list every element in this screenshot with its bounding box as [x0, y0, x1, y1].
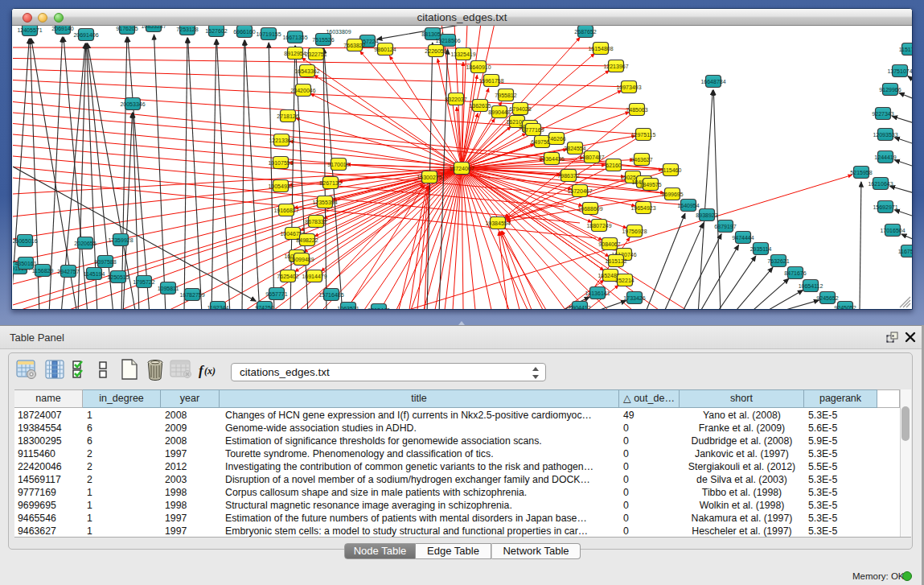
svg-text:26065016: 26065016 — [13, 238, 38, 244]
svg-text:4350161: 4350161 — [14, 261, 36, 266]
svg-text:746266: 746266 — [547, 136, 565, 142]
svg-text:5215958: 5215958 — [850, 170, 872, 175]
svg-text:9777169: 9777169 — [522, 127, 544, 133]
svg-text:7485063: 7485063 — [626, 107, 647, 113]
svg-text:1145194: 1145194 — [84, 271, 105, 277]
svg-text:12213967: 12213967 — [603, 64, 628, 69]
svg-text:12355394: 12355394 — [312, 200, 337, 205]
svg-text:14136141: 14136141 — [585, 290, 610, 296]
svg-text:2687652: 2687652 — [574, 29, 596, 35]
svg-text:17359928: 17359928 — [108, 237, 133, 243]
svg-text:15692971: 15692971 — [873, 204, 897, 210]
svg-text:8912954: 8912954 — [284, 51, 306, 56]
svg-text:9176205: 9176205 — [116, 26, 138, 31]
svg-text:16648784: 16648784 — [700, 79, 725, 84]
svg-text:10807487: 10807487 — [579, 154, 604, 160]
svg-text:18640910: 18640910 — [466, 64, 491, 70]
svg-text:18807249: 18807249 — [586, 223, 611, 229]
svg-text:23420046: 23420046 — [290, 88, 315, 93]
svg-text:8990448: 8990448 — [488, 109, 510, 115]
svg-text:19218506: 19218506 — [435, 38, 460, 43]
svg-text:8471676: 8471676 — [784, 270, 806, 276]
svg-text:1849575: 1849575 — [639, 182, 661, 187]
svg-text:7625402: 7625402 — [277, 274, 298, 279]
svg-text:6879197: 6879197 — [714, 224, 736, 229]
svg-text:1063521: 1063521 — [337, 306, 359, 310]
svg-text:13325419: 13325419 — [450, 51, 475, 57]
svg-text:252214: 252214 — [615, 278, 634, 283]
svg-text:2322751: 2322751 — [305, 51, 326, 57]
svg-text:8322037: 8322037 — [445, 97, 466, 102]
svg-text:12093533: 12093533 — [873, 132, 897, 138]
svg-text:1167533: 1167533 — [898, 249, 912, 254]
svg-text:(x): (x) — [204, 365, 216, 377]
svg-text:7955812: 7955812 — [495, 93, 516, 98]
svg-text:9170010: 9170010 — [327, 162, 349, 167]
svg-text:16671355: 16671355 — [282, 35, 307, 40]
svg-text:9084067: 9084067 — [598, 241, 620, 247]
svg-text:16914479: 16914479 — [302, 274, 326, 279]
svg-text:7986372: 7986372 — [557, 173, 579, 179]
svg-text:9245652: 9245652 — [816, 295, 838, 301]
svg-text:10107553: 10107553 — [268, 160, 293, 166]
svg-text:20053346: 20053346 — [120, 101, 145, 107]
svg-text:10654112: 10654112 — [799, 283, 823, 289]
svg-text:19384554: 19384554 — [485, 220, 510, 226]
svg-text:1156829: 1156829 — [32, 268, 54, 274]
svg-text:1527602: 1527602 — [205, 28, 227, 34]
svg-text:8678332: 8678332 — [305, 219, 326, 225]
svg-text:16543362: 16543362 — [294, 68, 319, 74]
svg-text:1362615: 1362615 — [469, 103, 491, 109]
svg-text:15300275: 15300275 — [417, 175, 441, 180]
svg-text:15716485: 15716485 — [318, 292, 343, 298]
svg-text:9245052: 9245052 — [834, 305, 856, 310]
svg-text:1615132: 1615132 — [605, 258, 626, 264]
svg-text:15720407: 15720407 — [567, 188, 592, 194]
svg-text:20691406: 20691406 — [73, 32, 98, 38]
svg-text:9699695: 9699695 — [661, 192, 683, 197]
svg-text:19166827: 19166827 — [273, 208, 298, 213]
svg-text:10054933: 10054933 — [268, 183, 293, 189]
svg-text:1192344: 1192344 — [207, 305, 229, 310]
svg-text:16154808: 16154808 — [588, 46, 613, 51]
svg-text:6794028: 6794028 — [509, 106, 531, 112]
svg-text:16099489: 16099489 — [289, 257, 314, 262]
svg-text:16033809: 16033809 — [326, 29, 351, 35]
svg-text:10973493: 10973493 — [616, 84, 641, 90]
svg-text:8267130: 8267130 — [319, 180, 341, 186]
svg-text:8938923: 8938923 — [696, 212, 717, 218]
svg-text:9397588: 9397588 — [94, 259, 116, 265]
svg-text:9129966: 9129966 — [879, 87, 901, 93]
svg-text:16961758: 16961758 — [478, 78, 503, 84]
svg-text:2226058: 2226058 — [425, 48, 446, 54]
svg-text:2020655: 2020655 — [74, 241, 96, 246]
svg-text:9463627: 9463627 — [630, 157, 652, 163]
svg-text:17016504: 17016504 — [880, 228, 905, 233]
svg-text:2935114: 2935114 — [750, 246, 772, 252]
svg-text:1250515: 1250515 — [107, 274, 129, 280]
svg-text:974250: 974250 — [255, 305, 273, 310]
svg-text:7253128: 7253128 — [176, 27, 198, 32]
svg-text:7632621: 7632621 — [767, 258, 789, 264]
svg-text:2942757: 2942757 — [57, 269, 79, 274]
svg-text:10853287: 10853287 — [141, 26, 166, 29]
svg-text:8498222: 8498222 — [296, 237, 318, 243]
svg-text:2069140: 2069140 — [51, 26, 73, 31]
svg-text:16782759: 16782759 — [179, 292, 204, 298]
svg-text:1151752: 1151752 — [899, 47, 912, 52]
svg-text:1733426: 1733426 — [623, 295, 645, 301]
svg-text:10688609: 10688609 — [577, 206, 602, 212]
svg-text:7515526: 7515526 — [312, 37, 334, 43]
svg-text:9860124: 9860124 — [374, 47, 396, 52]
svg-text:62160: 62160 — [606, 163, 622, 168]
svg-text:12213363: 12213363 — [269, 138, 294, 143]
svg-text:9313442: 9313442 — [368, 307, 389, 310]
svg-text:12975115: 12975115 — [631, 132, 656, 138]
svg-text:6966160: 6966160 — [233, 29, 255, 35]
svg-text:2718126: 2718126 — [277, 113, 298, 119]
svg-text:9474444: 9474444 — [732, 235, 754, 241]
svg-text:7663822: 7663822 — [343, 43, 365, 48]
svg-text:3824554: 3824554 — [564, 146, 585, 151]
svg-text:20364436: 20364436 — [539, 156, 564, 162]
svg-text:18724007: 18724007 — [449, 166, 474, 171]
